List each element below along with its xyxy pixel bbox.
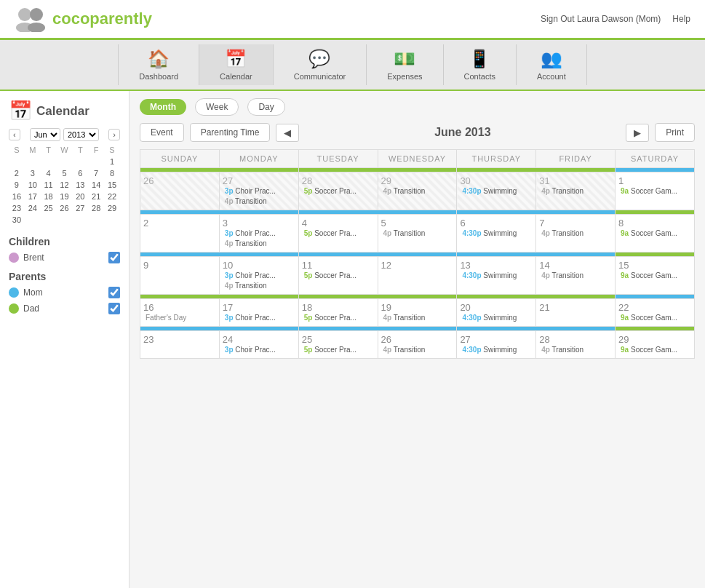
mini-cal-day[interactable] — [72, 156, 88, 167]
event-transition-10[interactable]: 4p Transition — [223, 281, 295, 290]
nav-account[interactable]: 👥 Account — [517, 44, 587, 85]
mini-cal-day[interactable]: 8 — [104, 167, 120, 179]
mini-cal-day[interactable]: 11 — [41, 179, 57, 191]
cal-day-30-may[interactable]: 30 4:30p Swimming — [457, 172, 536, 210]
cal-day-15[interactable]: 15 9a Soccer Gam... — [616, 257, 695, 295]
mini-cal-day[interactable] — [57, 156, 73, 167]
event-transition-26[interactable]: 4p Transition — [381, 345, 454, 354]
cal-day-16[interactable]: 16 Father's Day — [140, 299, 220, 327]
cal-day-14[interactable]: 14 4p Transition — [536, 257, 616, 295]
mini-cal-day[interactable]: 6 — [72, 167, 88, 179]
view-month-button[interactable]: Month — [140, 99, 186, 115]
mini-cal-day[interactable] — [88, 156, 104, 167]
cal-day-19[interactable]: 19 4p Transition — [378, 299, 457, 327]
cal-day-5[interactable]: 5 4p Transition — [378, 215, 457, 253]
mini-cal-day[interactable]: 14 — [88, 179, 104, 191]
mini-cal-day[interactable]: 1 — [104, 156, 120, 167]
event-choir-24[interactable]: 3p Choir Prac... — [223, 345, 295, 354]
event-soccer-18[interactable]: 5p Soccer Pra... — [302, 313, 375, 322]
mini-cal-day[interactable]: 19 — [57, 191, 73, 202]
mini-cal-day[interactable] — [25, 214, 41, 226]
mini-cal-day[interactable]: 29 — [104, 202, 120, 214]
event-soccer-8[interactable]: 9a Soccer Gam... — [618, 229, 691, 238]
child-brent-checkbox[interactable] — [108, 252, 120, 263]
mini-cal-day[interactable]: 20 — [72, 191, 88, 202]
event-soccer-11[interactable]: 5p Soccer Pra... — [302, 271, 375, 280]
event-soccer-25[interactable]: 5p Soccer Pra... — [302, 345, 375, 354]
mini-cal-day[interactable]: 13 — [72, 179, 88, 191]
cal-day-29[interactable]: 29 9a Soccer Gam... — [616, 331, 695, 359]
event-soccer-29[interactable]: 9a Soccer Gam... — [618, 345, 691, 354]
nav-communicator[interactable]: 💬 Communicator — [274, 44, 367, 85]
month-select[interactable]: Jun — [30, 128, 60, 141]
cal-day-25[interactable]: 25 5p Soccer Pra... — [298, 331, 378, 359]
event-swimming-30[interactable]: 4:30p Swimming — [460, 186, 533, 196]
cal-day-8[interactable]: 8 9a Soccer Gam... — [616, 215, 695, 253]
mini-cal-day[interactable]: 3 — [25, 167, 41, 179]
mini-cal-day[interactable]: 9 — [9, 179, 25, 191]
mini-cal-day[interactable]: 17 — [25, 191, 41, 202]
event-choir-10[interactable]: 3p Choir Prac... — [223, 271, 295, 280]
mini-cal-day[interactable] — [88, 214, 104, 226]
event-transition-19[interactable]: 4p Transition — [381, 313, 454, 322]
mini-cal-day[interactable]: 28 — [88, 202, 104, 214]
mini-cal-day[interactable] — [9, 156, 25, 167]
mini-prev-button[interactable]: ‹ — [9, 129, 20, 140]
year-select[interactable]: 2013 — [63, 128, 99, 141]
mini-cal-day[interactable]: 30 — [9, 214, 25, 226]
event-choir-27[interactable]: 3p Choir Prac... — [223, 186, 295, 196]
event-transition-27[interactable]: 4p Transition — [223, 196, 295, 206]
cal-day-18[interactable]: 18 5p Soccer Pra... — [298, 299, 378, 327]
cal-day-31-may[interactable]: 31 4p Transition — [536, 172, 616, 210]
cal-day-23[interactable]: 23 — [140, 331, 220, 359]
event-swimming-6[interactable]: 4:30p Swimming — [460, 229, 533, 238]
event-transition-28[interactable]: 4p Transition — [539, 345, 612, 354]
event-swimming-27[interactable]: 4:30p Swimming — [460, 345, 533, 354]
mini-cal-day[interactable]: 24 — [25, 202, 41, 214]
mini-cal-day[interactable] — [104, 214, 120, 226]
mini-cal-day[interactable] — [72, 214, 88, 226]
mini-cal-day[interactable]: 27 — [72, 202, 88, 214]
event-soccer-1[interactable]: 9a Soccer Gam... — [618, 186, 691, 196]
event-soccer-15[interactable]: 9a Soccer Gam... — [618, 271, 691, 280]
nav-contacts[interactable]: 📱 Contacts — [444, 44, 517, 85]
mini-cal-day[interactable]: 4 — [41, 167, 57, 179]
mini-cal-day[interactable] — [41, 156, 57, 167]
cal-day-26[interactable]: 26 4p Transition — [378, 331, 457, 359]
cal-day-27[interactable]: 27 4:30p Swimming — [457, 331, 536, 359]
view-day-button[interactable]: Day — [247, 98, 284, 116]
event-choir-17[interactable]: 3p Choir Prac... — [223, 313, 295, 322]
event-choir-3[interactable]: 3p Choir Prac... — [223, 229, 295, 238]
event-swimming-20[interactable]: 4:30p Swimming — [460, 313, 533, 322]
help-link[interactable]: Help — [672, 14, 690, 24]
cal-day-24[interactable]: 24 3p Choir Prac... — [219, 331, 298, 359]
cal-day-4[interactable]: 4 5p Soccer Pra... — [298, 215, 378, 253]
add-parenting-time-button[interactable]: Parenting Time — [190, 123, 271, 142]
event-soccer-28[interactable]: 5p Soccer Pra... — [302, 186, 375, 196]
mini-cal-day[interactable]: 12 — [57, 179, 73, 191]
cal-day-3[interactable]: 3 3p Choir Prac... 4p Transition — [219, 215, 298, 253]
mini-cal-day[interactable]: 22 — [104, 191, 120, 202]
cal-day-12[interactable]: 12 — [378, 257, 457, 295]
mini-cal-day[interactable]: 5 — [57, 167, 73, 179]
cal-day-10[interactable]: 10 3p Choir Prac... 4p Transition — [219, 257, 298, 295]
mini-cal-day[interactable]: 21 — [88, 191, 104, 202]
cal-day-13[interactable]: 13 4:30p Swimming — [457, 257, 536, 295]
cal-day-17[interactable]: 17 3p Choir Prac... — [219, 299, 298, 327]
add-event-button[interactable]: Event — [140, 123, 184, 142]
event-transition-14[interactable]: 4p Transition — [539, 271, 612, 280]
cal-day-7[interactable]: 7 4p Transition — [536, 215, 616, 253]
cal-day-9[interactable]: 9 — [140, 257, 220, 295]
mini-cal-day[interactable] — [41, 214, 57, 226]
parent-mom-checkbox[interactable] — [108, 287, 120, 298]
cal-day-27-may[interactable]: 27 3p Choir Prac... 4p Transition — [219, 172, 298, 210]
cal-day-21[interactable]: 21 — [536, 299, 616, 327]
cal-day-22[interactable]: 22 9a Soccer Gam... — [616, 299, 695, 327]
cal-prev-button[interactable]: ◀ — [276, 124, 299, 142]
event-soccer-22[interactable]: 9a Soccer Gam... — [618, 313, 691, 322]
event-transition-29[interactable]: 4p Transition — [381, 186, 454, 196]
mini-cal-day[interactable]: 2 — [9, 167, 25, 179]
mini-cal-day[interactable]: 16 — [9, 191, 25, 202]
nav-calendar[interactable]: 📅 Calendar — [199, 44, 274, 85]
mini-cal-day[interactable]: 18 — [41, 191, 57, 202]
